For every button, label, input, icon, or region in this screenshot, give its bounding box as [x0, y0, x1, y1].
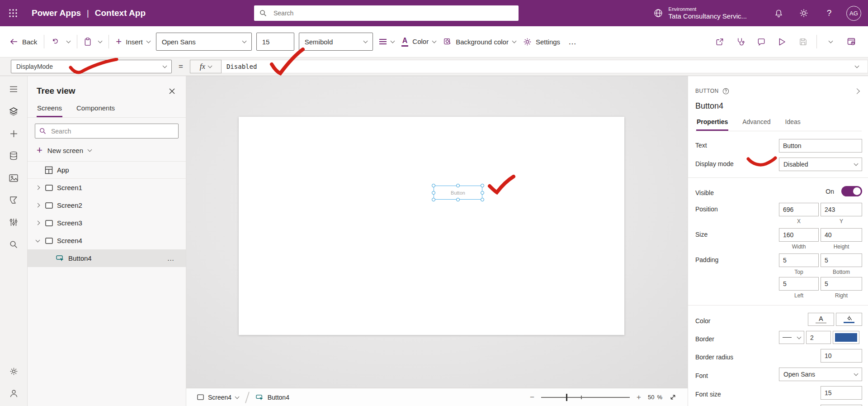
padding-bottom-input[interactable]: [821, 253, 862, 267]
selection-handle[interactable]: [432, 198, 435, 201]
font-dropdown[interactable]: Open Sans: [779, 368, 862, 381]
waffle-menu-icon[interactable]: [0, 0, 26, 26]
fill-color-button[interactable]: [836, 313, 862, 326]
undo-button[interactable]: [47, 38, 63, 46]
toolbar-overflow-button[interactable]: …: [564, 37, 582, 47]
tab-screens[interactable]: Screens: [37, 101, 62, 117]
fit-to-window-icon[interactable]: [669, 393, 677, 401]
zoom-level[interactable]: 50 %: [648, 394, 662, 401]
undo-dropdown-chevron[interactable]: [63, 41, 74, 43]
tree-search-box[interactable]: [35, 124, 179, 139]
app-checker-icon[interactable]: [730, 37, 751, 46]
selection-handle[interactable]: [456, 184, 460, 187]
tree-search-input[interactable]: [50, 127, 174, 135]
paste-dropdown-chevron[interactable]: [95, 41, 105, 43]
tab-properties[interactable]: Properties: [696, 117, 728, 131]
chevron-right-icon[interactable]: [35, 186, 40, 190]
border-style-dropdown[interactable]: [779, 331, 804, 344]
canvas-artboard[interactable]: Button: [239, 117, 624, 335]
tree-view-icon[interactable]: [4, 102, 23, 121]
selection-handle[interactable]: [481, 198, 484, 201]
publish-button[interactable]: [841, 37, 862, 46]
preview-play-button[interactable]: [772, 38, 793, 46]
selection-handle[interactable]: [481, 184, 484, 187]
selection-handle[interactable]: [432, 184, 435, 187]
chevron-right-icon[interactable]: [35, 203, 40, 208]
size-width-input[interactable]: [779, 228, 819, 242]
panel-collapse-chevron[interactable]: [852, 85, 862, 97]
share-button[interactable]: [709, 38, 730, 46]
text-property-input[interactable]: [779, 139, 862, 153]
text-color-button[interactable]: A: [808, 313, 834, 326]
tree-item-app[interactable]: App: [28, 162, 186, 179]
insert-button[interactable]: + Insert: [112, 37, 153, 47]
new-screen-button[interactable]: + New screen: [28, 143, 186, 162]
font-family-dropdown[interactable]: Open Sans: [156, 33, 252, 51]
search-icon[interactable]: [4, 235, 23, 254]
selection-handle[interactable]: [432, 191, 435, 195]
tab-components[interactable]: Components: [76, 101, 115, 117]
settings-button[interactable]: Settings: [519, 38, 564, 46]
zoom-in-button[interactable]: +: [637, 393, 641, 401]
tree-item-screen1[interactable]: Screen1: [28, 179, 186, 196]
fx-dropdown[interactable]: fx: [190, 60, 222, 73]
tree-item-screen2[interactable]: Screen2: [28, 196, 186, 214]
close-icon[interactable]: [167, 86, 177, 96]
tree-item-button4[interactable]: Button4 …: [28, 249, 186, 267]
save-button[interactable]: [793, 38, 813, 46]
padding-left-input[interactable]: [779, 277, 819, 291]
zoom-slider[interactable]: [541, 397, 630, 398]
brand-title[interactable]: Power Apps: [32, 8, 81, 18]
app-name[interactable]: Context App: [95, 8, 146, 18]
help-icon[interactable]: ?: [816, 8, 842, 18]
paste-button[interactable]: [80, 38, 95, 46]
font-color-button[interactable]: A Color: [398, 37, 439, 46]
border-color-swatch[interactable]: [833, 331, 859, 344]
property-selector-dropdown[interactable]: DisplayMode: [11, 60, 172, 73]
advanced-settings-gear-icon[interactable]: [4, 362, 23, 381]
selection-handle[interactable]: [481, 191, 484, 195]
media-icon[interactable]: [4, 168, 23, 187]
padding-right-input[interactable]: [821, 277, 862, 291]
alignment-button[interactable]: [375, 38, 398, 45]
display-mode-dropdown[interactable]: Disabled: [779, 158, 862, 171]
position-x-input[interactable]: [779, 203, 819, 216]
position-y-input[interactable]: [821, 203, 862, 216]
selected-button-control[interactable]: Button: [434, 186, 482, 200]
border-width-input[interactable]: [806, 331, 831, 344]
statusbar-control[interactable]: Button4: [256, 394, 289, 401]
formula-input[interactable]: Disabled: [222, 60, 868, 73]
zoom-out-button[interactable]: −: [530, 393, 534, 401]
avatar[interactable]: AG: [846, 6, 861, 21]
background-color-button[interactable]: Background color: [439, 38, 519, 46]
statusbar-screen-selector[interactable]: Screen4: [197, 394, 239, 401]
tab-advanced[interactable]: Advanced: [742, 117, 771, 131]
variables-icon[interactable]: [4, 213, 23, 232]
environment-picker[interactable]: Environment Tata Consultancy Servic...: [653, 6, 747, 20]
environment-name[interactable]: Tata Consultancy Servic...: [669, 12, 747, 20]
padding-top-input[interactable]: [779, 253, 819, 267]
insert-plus-icon[interactable]: [4, 124, 23, 143]
global-search-box[interactable]: [254, 5, 519, 21]
user-icon[interactable]: [4, 384, 23, 403]
tab-ideas[interactable]: Ideas: [785, 117, 801, 131]
formula-bar-expand-chevron[interactable]: [855, 64, 859, 68]
font-size-input[interactable]: [821, 386, 862, 400]
chevron-down-icon[interactable]: [35, 238, 40, 242]
notifications-bell-icon[interactable]: [766, 9, 791, 18]
border-radius-input[interactable]: [821, 349, 862, 363]
selection-handle[interactable]: [456, 198, 460, 201]
back-button[interactable]: Back: [6, 38, 41, 46]
canvas-background[interactable]: Button: [186, 76, 688, 388]
data-icon[interactable]: [4, 146, 23, 165]
settings-gear-icon[interactable]: [791, 9, 816, 18]
chevron-right-icon[interactable]: [35, 221, 40, 225]
help-circle-icon[interactable]: [722, 88, 729, 95]
visible-toggle[interactable]: [841, 186, 862, 196]
save-dropdown-chevron[interactable]: [820, 41, 841, 43]
tree-item-screen3[interactable]: Screen3: [28, 214, 186, 232]
global-search-input[interactable]: [273, 9, 513, 17]
row-more-button[interactable]: …: [167, 254, 181, 263]
zoom-slider-handle[interactable]: [566, 394, 567, 401]
hamburger-menu-icon[interactable]: [4, 80, 23, 99]
